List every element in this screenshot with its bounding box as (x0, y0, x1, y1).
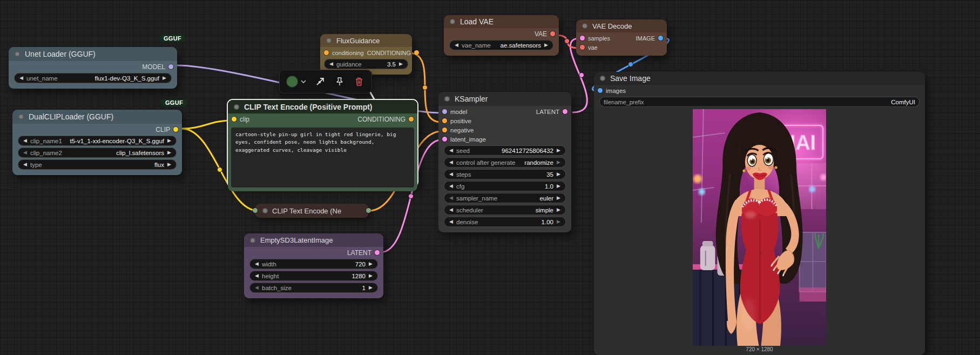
next-arrow-icon[interactable]: ▶ (398, 59, 404, 69)
collapse-dot-icon[interactable] (262, 208, 268, 213)
widget-steps[interactable]: ◀ steps 35 ▶ (444, 169, 566, 179)
next-arrow-icon[interactable]: ▶ (368, 283, 374, 292)
output-slot-image[interactable]: IMAGE (636, 35, 663, 42)
node-titlebar[interactable]: VAE Decode (576, 19, 667, 32)
node-titlebar[interactable]: Save Image (594, 72, 925, 85)
latent-slot-icon[interactable] (442, 137, 447, 142)
output-slot-latent[interactable]: LATENT (244, 248, 383, 257)
generated-image-preview[interactable]: NAI (693, 109, 826, 346)
collapsed-input-slot-icon[interactable] (253, 208, 258, 213)
next-arrow-icon[interactable]: ▶ (556, 170, 562, 179)
link-midpoint-dot[interactable] (218, 168, 222, 172)
collapse-dot-icon[interactable] (600, 76, 605, 81)
collapsed-output-slot-icon[interactable] (366, 208, 371, 213)
delete-button[interactable] (353, 76, 365, 88)
conditioning-slot-icon[interactable] (442, 128, 447, 132)
model-slot-icon[interactable] (168, 64, 173, 69)
conditioning-slot-icon[interactable] (409, 117, 414, 122)
link-midpoint-dot[interactable] (565, 39, 570, 44)
widget-width[interactable]: ◀ width 720 ▶ (249, 259, 378, 269)
input-slot-latent-image[interactable]: latent_image (438, 135, 571, 144)
color-swatch-icon[interactable] (286, 76, 298, 88)
node-load-vae[interactable]: Load VAE VAE ◀ vae_name ae.safetensors ▶ (444, 15, 559, 56)
vae-slot-icon[interactable] (580, 45, 585, 50)
pin-button[interactable] (334, 76, 346, 88)
prev-arrow-icon[interactable]: ◀ (448, 146, 454, 155)
node-titlebar[interactable]: Unet Loader (GGUF) (9, 47, 177, 61)
prev-arrow-icon[interactable]: ◀ (328, 59, 334, 69)
prev-arrow-icon[interactable]: ◀ (448, 182, 454, 191)
prev-arrow-icon[interactable]: ◀ (22, 148, 28, 157)
node-graph-canvas[interactable]: GGUF GGUF Unet Loader (GGUF) MODEL ◀ une… (0, 0, 980, 355)
collapse-dot-icon[interactable] (326, 38, 332, 43)
next-arrow-icon[interactable]: ▶ (161, 73, 167, 83)
chevron-down-icon[interactable] (300, 78, 307, 85)
input-slot-conditioning[interactable]: conditioning (324, 50, 364, 56)
prev-arrow-icon[interactable]: ◀ (18, 73, 24, 83)
latent-slot-icon[interactable] (580, 36, 585, 41)
widget-height[interactable]: ◀ height 1280 ▶ (249, 271, 378, 281)
vae-slot-icon[interactable] (550, 31, 555, 36)
widget-sampler-name[interactable]: ◀ sampler_name euler ▶ (444, 193, 566, 203)
widget-scheduler[interactable]: ◀ scheduler simple ▶ (444, 205, 566, 215)
output-slot-vae[interactable]: VAE (444, 29, 559, 38)
conditioning-slot-icon[interactable] (324, 50, 329, 55)
latent-slot-icon[interactable] (375, 250, 380, 255)
conditioning-slot-icon[interactable] (414, 50, 419, 55)
collapse-dot-icon[interactable] (234, 104, 239, 110)
collapse-dot-icon[interactable] (18, 114, 24, 119)
prev-arrow-icon[interactable]: ◀ (448, 205, 454, 215)
clip-slot-icon[interactable] (173, 127, 178, 132)
widget-seed[interactable]: ◀ seed 962412725806432 ▶ (444, 145, 566, 156)
next-arrow-icon[interactable]: ▶ (556, 158, 562, 167)
input-slot-samples[interactable]: samples (580, 35, 610, 42)
prev-arrow-icon[interactable]: ◀ (448, 217, 454, 226)
bypass-button[interactable] (314, 76, 326, 88)
widget-batch-size[interactable]: ◀ batch_size 1 ▶ (249, 283, 378, 293)
latent-slot-icon[interactable] (563, 109, 567, 114)
widget-vae-name[interactable]: ◀ vae_name ae.safetensors ▶ (449, 40, 553, 50)
node-titlebar[interactable]: FluxGuidance (320, 34, 412, 47)
prev-arrow-icon[interactable]: ◀ (254, 283, 260, 292)
node-titlebar[interactable]: CLIP Text Encode (Positive Prompt) (228, 100, 417, 113)
next-arrow-icon[interactable]: ▶ (556, 182, 562, 191)
clip-slot-icon[interactable] (232, 117, 236, 122)
widget-unet-name[interactable]: ◀ unet_name flux1-dev-Q3_K_S.gguf ▶ (14, 73, 172, 83)
prev-arrow-icon[interactable]: ◀ (454, 41, 459, 50)
next-arrow-icon[interactable]: ▶ (556, 205, 562, 215)
node-titlebar[interactable]: KSampler (438, 92, 571, 106)
prev-arrow-icon[interactable]: ◀ (22, 160, 28, 169)
next-arrow-icon[interactable]: ▶ (556, 193, 562, 203)
collapse-dot-icon[interactable] (15, 51, 20, 57)
output-slot-latent[interactable]: LATENT (536, 109, 567, 115)
model-slot-icon[interactable] (442, 109, 447, 114)
output-slot-model[interactable]: MODEL (9, 62, 177, 71)
collapse-dot-icon[interactable] (250, 238, 255, 243)
output-slot-clip[interactable]: CLIP (12, 125, 182, 134)
input-slot-images[interactable]: images (594, 86, 925, 95)
link-midpoint-dot[interactable] (409, 194, 414, 199)
widget-guidance[interactable]: ◀ guidance 3.5 ▶ (324, 59, 408, 69)
widget-cfg[interactable]: ◀ cfg 1.0 ▶ (444, 181, 566, 191)
node-titlebar[interactable]: EmptySD3LatentImage (244, 233, 383, 247)
next-arrow-icon[interactable]: ▶ (556, 217, 562, 226)
next-arrow-icon[interactable]: ▶ (543, 41, 549, 50)
node-titlebar[interactable]: DualCLIPLoader (GGUF) (12, 110, 182, 124)
node-vae-decode[interactable]: VAE Decode samples IMAGE vae (576, 19, 667, 56)
node-clip-text-encode-negative-collapsed[interactable]: CLIP Text Encode (Ne (255, 204, 369, 218)
prompt-textarea[interactable]: cartoon-style pin-up girl in tight red l… (231, 128, 414, 187)
input-slot-clip[interactable]: clip (232, 116, 249, 123)
widget-filename-prefix[interactable]: filename_prefix ComfyUI (599, 97, 920, 107)
node-unet-loader[interactable]: Unet Loader (GGUF) MODEL ◀ unet_name flu… (9, 47, 177, 89)
link-midpoint-dot[interactable] (628, 62, 633, 67)
input-slot-vae[interactable]: vae (576, 43, 667, 52)
widget-type[interactable]: ◀ type flux ▶ (18, 159, 177, 170)
input-slot-negative[interactable]: negative (438, 125, 571, 135)
output-slot-conditioning[interactable]: CONDITIONING (367, 50, 419, 56)
input-slot-positive[interactable]: positive (438, 116, 571, 125)
collapse-dot-icon[interactable] (450, 19, 455, 24)
collapse-dot-icon[interactable] (444, 96, 450, 102)
collapse-dot-icon[interactable] (582, 23, 587, 29)
next-arrow-icon[interactable]: ▶ (166, 160, 172, 169)
conditioning-slot-icon[interactable] (442, 118, 447, 123)
